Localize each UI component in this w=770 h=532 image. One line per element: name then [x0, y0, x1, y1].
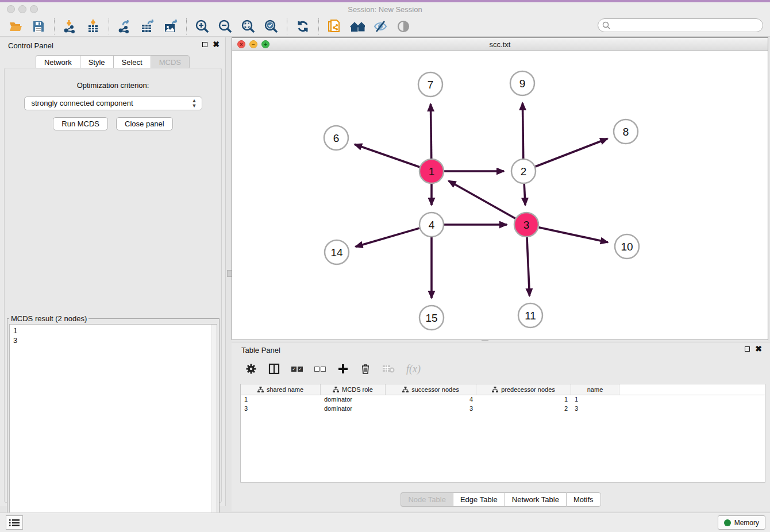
cell-mcds-role[interactable]: dominator	[321, 395, 386, 404]
graph-edge-4-14[interactable]	[356, 228, 419, 246]
cell-predecessor-nodes[interactable]: 1	[476, 395, 571, 404]
column-header-successor-nodes[interactable]: successor nodes	[386, 384, 476, 395]
deselect-all-icon[interactable]	[314, 367, 326, 372]
close-panel-button[interactable]: Close panel	[116, 117, 173, 130]
show-graphics-details-icon[interactable]	[396, 19, 411, 34]
memory-button[interactable]: Memory	[718, 515, 765, 530]
node-table[interactable]: shared name MCDS role successor nodes pr…	[240, 384, 765, 483]
status-bar: Memory	[0, 512, 770, 532]
control-panel: Control Panel ✖ Network Style Select MCD…	[0, 37, 226, 506]
refresh-icon[interactable]	[295, 19, 310, 34]
cell-successor-nodes[interactable]: 4	[386, 395, 476, 404]
network-window-title: scc.txt	[232, 40, 768, 49]
duplicate-network-icon[interactable]	[327, 19, 342, 34]
tab-edge-table[interactable]: Edge Table	[453, 492, 505, 507]
unchecked-box-icon	[321, 367, 326, 372]
column-header-predecessor-nodes[interactable]: predecessor nodes	[476, 384, 571, 395]
cell-shared-name[interactable]: 1	[241, 395, 321, 404]
network-overview-icon[interactable]	[350, 19, 365, 34]
export-network-icon[interactable]	[117, 19, 132, 34]
graph-node-label: 6	[333, 132, 340, 144]
graph-node-label: 11	[525, 310, 536, 322]
cell-successor-nodes[interactable]: 3	[386, 404, 476, 414]
zoom-in-icon[interactable]	[195, 19, 210, 34]
graph-edge-2-9[interactable]	[522, 103, 523, 159]
graph-edge-3-1[interactable]	[449, 181, 515, 219]
run-mcds-button[interactable]: Run MCDS	[53, 117, 108, 130]
open-folder-icon[interactable]	[8, 19, 23, 34]
table-panel: Table Panel ✖ ✓ ✓	[232, 342, 770, 511]
graph-node-label: 2	[521, 165, 527, 178]
graph-node-label: 4	[429, 219, 435, 231]
unchecked-box-icon	[314, 367, 319, 372]
mcds-result-groupbox: MCDS result (2 nodes) 1 3	[7, 314, 220, 532]
mcds-panel-body: Optimization criterion: strongly connect…	[4, 68, 222, 503]
graph-node-label: 7	[428, 79, 434, 91]
mcds-result-textarea[interactable]: 1 3	[9, 324, 217, 532]
export-image-icon[interactable]	[163, 19, 178, 34]
search-input[interactable]	[598, 18, 763, 32]
criterion-dropdown[interactable]: strongly connected component ▲▼	[24, 97, 202, 110]
delete-column-icon[interactable]	[360, 363, 371, 375]
zoom-selected-icon[interactable]	[264, 19, 279, 34]
float-table-panel-icon[interactable]	[745, 346, 750, 352]
hierarchy-icon	[333, 387, 339, 392]
float-panel-icon[interactable]	[202, 42, 207, 47]
column-view-icon[interactable]	[268, 363, 280, 375]
network-window-titlebar[interactable]: × − + scc.txt	[232, 38, 768, 51]
criterion-dropdown-value: strongly connected component	[32, 99, 133, 107]
checked-box-icon: ✓	[291, 367, 297, 372]
tab-network-table[interactable]: Network Table	[505, 492, 566, 507]
search-field[interactable]	[598, 18, 763, 32]
table-row[interactable]: 3 dominator 3 2 3	[241, 404, 765, 414]
import-network-icon[interactable]	[63, 19, 78, 34]
table-row[interactable]: 1 dominator 4 1 1	[241, 395, 765, 404]
graph-edge-1-6[interactable]	[355, 144, 419, 167]
zoom-out-icon[interactable]	[218, 19, 233, 34]
window-title: Session: New Session	[0, 5, 770, 14]
import-table-icon[interactable]	[86, 19, 101, 34]
list-icon	[9, 519, 20, 527]
cell-shared-name[interactable]: 3	[241, 404, 321, 414]
graph-node-label: 1	[429, 165, 435, 178]
tab-motifs[interactable]: Motifs	[566, 492, 601, 507]
select-all-icon[interactable]: ✓ ✓	[291, 367, 303, 372]
graph-node-label: 10	[621, 241, 633, 253]
tab-node-table[interactable]: Node Table	[401, 492, 453, 507]
graph-node-label: 14	[330, 246, 343, 259]
cell-predecessor-nodes[interactable]: 2	[476, 404, 571, 414]
network-graph[interactable]: 7968124314101511	[232, 51, 768, 340]
save-icon[interactable]	[31, 19, 46, 34]
column-header-shared-name[interactable]: shared name	[241, 384, 321, 395]
checked-box-icon: ✓	[298, 367, 303, 372]
graph-node-label: 15	[425, 312, 437, 324]
add-column-icon[interactable]	[337, 363, 349, 375]
graph-edge-3-11[interactable]	[527, 237, 530, 296]
control-panel-title: Control Panel	[8, 41, 53, 50]
column-header-name[interactable]: name	[571, 384, 619, 395]
main-toolbar	[0, 16, 770, 37]
hierarchy-icon	[257, 387, 264, 392]
zoom-fit-icon[interactable]	[241, 19, 256, 34]
task-history-button[interactable]	[6, 515, 23, 530]
table-settings-gear-icon[interactable]	[245, 363, 257, 375]
result-scrollbar[interactable]	[211, 325, 217, 531]
delete-table-icon	[382, 364, 395, 374]
close-panel-icon[interactable]: ✖	[213, 41, 220, 47]
network-canvas[interactable]: 7968124314101511	[232, 51, 768, 340]
export-table-icon[interactable]	[140, 19, 155, 34]
graph-edge-1-7[interactable]	[430, 104, 431, 159]
column-header-mcds-role[interactable]: MCDS role	[321, 384, 386, 395]
memory-status-icon	[724, 519, 731, 526]
cell-mcds-role[interactable]: dominator	[321, 404, 386, 414]
close-table-panel-icon[interactable]: ✖	[755, 346, 762, 352]
graph-edge-3-10[interactable]	[538, 228, 607, 242]
cell-name[interactable]: 1	[571, 395, 619, 404]
hierarchy-icon	[402, 387, 409, 392]
graph-node-label: 9	[519, 78, 526, 90]
table-panel-title: Table Panel	[241, 346, 280, 354]
cell-name[interactable]: 3	[571, 404, 619, 414]
graph-edge-2-8[interactable]	[536, 138, 608, 167]
hide-graphics-details-icon[interactable]	[373, 19, 388, 34]
graph-edge-2-3[interactable]	[524, 184, 525, 205]
